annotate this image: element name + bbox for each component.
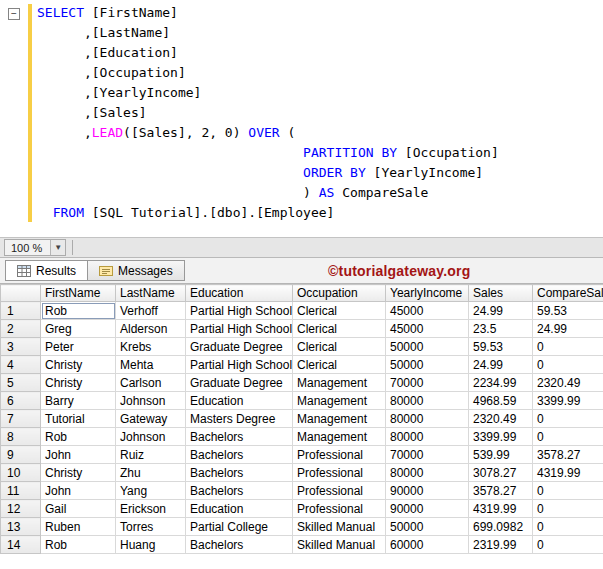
row-number-cell[interactable]: 6: [1, 392, 41, 410]
grid-cell[interactable]: 0: [533, 482, 603, 500]
grid-cell[interactable]: 50000: [386, 338, 469, 356]
row-number-cell[interactable]: 13: [1, 518, 41, 536]
grid-cell[interactable]: Erickson: [116, 500, 186, 518]
column-header[interactable]: CompareSale: [533, 285, 603, 302]
grid-cell[interactable]: Krebs: [116, 338, 186, 356]
row-number-cell[interactable]: 1: [1, 302, 41, 320]
code-line[interactable]: SELECT [FirstName]: [37, 3, 499, 23]
column-header[interactable]: Sales: [469, 285, 533, 302]
grid-cell[interactable]: Clerical: [293, 356, 386, 374]
grid-cell[interactable]: Graduate Degree: [186, 374, 293, 392]
grid-cell[interactable]: Partial College: [186, 518, 293, 536]
grid-cell[interactable]: Mehta: [116, 356, 186, 374]
grid-cell[interactable]: Education: [186, 392, 293, 410]
row-number-cell[interactable]: 5: [1, 374, 41, 392]
grid-cell[interactable]: Bachelors: [186, 464, 293, 482]
grid-cell[interactable]: 4319.99: [533, 464, 603, 482]
grid-cell[interactable]: 24.99: [533, 320, 603, 338]
grid-cell[interactable]: Ruben: [41, 518, 116, 536]
grid-cell[interactable]: Yang: [116, 482, 186, 500]
row-number-cell[interactable]: 4: [1, 356, 41, 374]
grid-cell[interactable]: 70000: [386, 446, 469, 464]
column-header[interactable]: FirstName: [41, 285, 116, 302]
grid-cell[interactable]: Rob: [41, 536, 116, 554]
grid-cell[interactable]: 45000: [386, 302, 469, 320]
row-number-cell[interactable]: 12: [1, 500, 41, 518]
grid-cell[interactable]: Management: [293, 410, 386, 428]
grid-cell[interactable]: 0: [533, 536, 603, 554]
grid-cell[interactable]: 80000: [386, 410, 469, 428]
grid-cell[interactable]: Clerical: [293, 320, 386, 338]
tab-messages[interactable]: Messages: [87, 260, 185, 281]
grid-cell[interactable]: Gateway: [116, 410, 186, 428]
code-line[interactable]: ,[LastName]: [37, 23, 499, 43]
grid-cell[interactable]: Management: [293, 392, 386, 410]
grid-cell[interactable]: 50000: [386, 518, 469, 536]
grid-cell[interactable]: 0: [533, 410, 603, 428]
grid-cell[interactable]: 3578.27: [533, 446, 603, 464]
grid-cell[interactable]: Masters Degree: [186, 410, 293, 428]
grid-cell[interactable]: 2320.49: [533, 374, 603, 392]
grid-cell[interactable]: 0: [533, 356, 603, 374]
grid-cell[interactable]: Rob: [41, 428, 116, 446]
code-collapse-toggle[interactable]: −: [8, 8, 20, 20]
row-number-cell[interactable]: 14: [1, 536, 41, 554]
column-header[interactable]: Occupation: [293, 285, 386, 302]
sql-editor[interactable]: − SELECT [FirstName] ,[LastName] ,[Educa…: [0, 0, 603, 237]
grid-cell[interactable]: 45000: [386, 320, 469, 338]
grid-cell[interactable]: 2320.49: [469, 410, 533, 428]
row-number-cell[interactable]: 3: [1, 338, 41, 356]
grid-cell[interactable]: 4319.99: [469, 500, 533, 518]
grid-cell[interactable]: 0: [533, 428, 603, 446]
grid-cell[interactable]: 24.99: [469, 302, 533, 320]
grid-cell[interactable]: 0: [533, 338, 603, 356]
grid-cell[interactable]: 90000: [386, 500, 469, 518]
zoom-select[interactable]: 100 % ▼: [4, 239, 66, 256]
row-number-cell[interactable]: 9: [1, 446, 41, 464]
grid-cell[interactable]: 80000: [386, 392, 469, 410]
grid-cell[interactable]: Bachelors: [186, 536, 293, 554]
grid-cell[interactable]: Johnson: [116, 392, 186, 410]
grid-cell[interactable]: 699.0982: [469, 518, 533, 536]
grid-cell[interactable]: 0: [533, 500, 603, 518]
grid-cell[interactable]: 80000: [386, 428, 469, 446]
grid-cell[interactable]: 24.99: [469, 356, 533, 374]
code-line[interactable]: ,[Occupation]: [37, 63, 499, 83]
row-number-cell[interactable]: 2: [1, 320, 41, 338]
grid-cell[interactable]: 23.5: [469, 320, 533, 338]
row-number-cell[interactable]: 11: [1, 482, 41, 500]
select-all-corner[interactable]: [1, 285, 41, 302]
grid-cell[interactable]: 3078.27: [469, 464, 533, 482]
grid-cell[interactable]: Bachelors: [186, 446, 293, 464]
grid-cell[interactable]: 539.99: [469, 446, 533, 464]
grid-cell[interactable]: 2319.99: [469, 536, 533, 554]
grid-cell[interactable]: Johnson: [116, 428, 186, 446]
grid-cell[interactable]: Professional: [293, 446, 386, 464]
grid-cell[interactable]: Management: [293, 428, 386, 446]
grid-cell[interactable]: Christy: [41, 356, 116, 374]
grid-cell[interactable]: Education: [186, 500, 293, 518]
grid-cell[interactable]: Professional: [293, 464, 386, 482]
grid-cell[interactable]: John: [41, 446, 116, 464]
grid-cell[interactable]: Barry: [41, 392, 116, 410]
grid-cell[interactable]: 60000: [386, 536, 469, 554]
grid-cell[interactable]: Christy: [41, 464, 116, 482]
grid-cell[interactable]: 80000: [386, 464, 469, 482]
row-number-cell[interactable]: 8: [1, 428, 41, 446]
grid-cell[interactable]: Ruiz: [116, 446, 186, 464]
grid-cell[interactable]: Rob: [41, 302, 116, 320]
code-line[interactable]: ,[Sales]: [37, 103, 499, 123]
grid-cell[interactable]: Bachelors: [186, 482, 293, 500]
grid-cell[interactable]: 4968.59: [469, 392, 533, 410]
grid-cell[interactable]: Professional: [293, 500, 386, 518]
column-header[interactable]: Education: [186, 285, 293, 302]
code-line[interactable]: ,[Education]: [37, 43, 499, 63]
grid-cell[interactable]: Carlson: [116, 374, 186, 392]
grid-cell[interactable]: Graduate Degree: [186, 338, 293, 356]
grid-cell[interactable]: Peter: [41, 338, 116, 356]
code-line[interactable]: ,[YearlyIncome]: [37, 83, 499, 103]
grid-cell[interactable]: 90000: [386, 482, 469, 500]
grid-cell[interactable]: 3578.27: [469, 482, 533, 500]
grid-cell[interactable]: Management: [293, 374, 386, 392]
grid-cell[interactable]: Huang: [116, 536, 186, 554]
